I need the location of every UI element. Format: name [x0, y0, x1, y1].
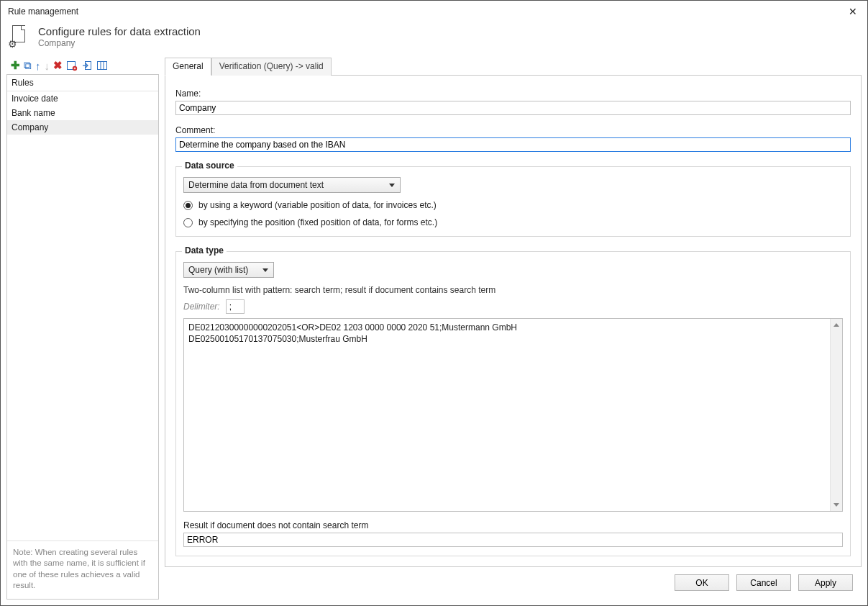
name-input[interactable] [175, 101, 851, 115]
rules-panel: Rules Invoice date Bank name Company Not… [6, 74, 159, 600]
scroll-down-icon[interactable] [831, 499, 842, 511]
result-input[interactable] [183, 533, 843, 547]
tab-panel-general: Name: Comment: Data source Determine dat… [165, 75, 862, 567]
page-subtitle: Company [38, 38, 201, 48]
data-source-group: Data source Determine data from document… [175, 166, 851, 237]
rules-toolbar: ✚ ⧉ ↑ ↓ ✖ [6, 57, 159, 74]
pattern-hint: Two-column list with pattern: search ter… [183, 285, 843, 295]
rules-header: Rules [7, 75, 158, 91]
query-list-box[interactable]: DE02120300000000202051<OR>DE02 1203 0000… [183, 318, 843, 512]
rule-item-invoice-date[interactable]: Invoice date [7, 91, 158, 106]
radio-keyword-dot [183, 201, 193, 210]
page-title: Configure rules for data extraction [38, 25, 201, 37]
radio-position-dot [183, 218, 193, 227]
name-label: Name: [175, 89, 851, 99]
data-type-select-value: Query (with list) [188, 265, 248, 275]
delimiter-input[interactable] [226, 299, 245, 314]
ruleset-check-icon[interactable] [66, 60, 78, 71]
move-down-icon: ↓ [45, 60, 50, 72]
radio-position[interactable]: by specifying the position (fixed positi… [183, 217, 843, 227]
dialog-footer: OK Cancel Apply [165, 567, 862, 600]
tab-general[interactable]: General [165, 58, 211, 76]
data-type-group: Data type Query (with list) Two-column l… [175, 251, 851, 556]
comment-input[interactable] [175, 137, 851, 152]
rules-list[interactable]: Invoice date Bank name Company [7, 91, 158, 541]
tab-verification[interactable]: Verification (Query) -> valid [211, 58, 332, 76]
titlebar: Rule management ✕ [1, 1, 867, 21]
delimiter-label: Delimiter: [183, 302, 220, 312]
header: ⚙ Configure rules for data extraction Co… [1, 21, 867, 57]
rule-item-bank-name[interactable]: Bank name [7, 106, 158, 120]
copy-rule-icon[interactable]: ⧉ [24, 59, 32, 72]
rule-item-company[interactable]: Company [7, 120, 158, 135]
window-title: Rule management [8, 6, 78, 17]
cancel-button[interactable]: Cancel [736, 574, 791, 591]
comment-label: Comment: [175, 125, 851, 135]
data-type-legend: Data type [182, 245, 227, 255]
add-rule-icon[interactable]: ✚ [11, 59, 20, 72]
close-icon[interactable]: ✕ [844, 5, 862, 18]
rule-management-window: Rule management ✕ ⚙ Configure rules for … [0, 0, 868, 606]
data-source-select-value: Determine data from document text [188, 180, 324, 190]
svg-rect-3 [98, 62, 107, 70]
apply-button[interactable]: Apply [798, 574, 853, 591]
delete-rule-icon[interactable]: ✖ [53, 59, 63, 72]
data-type-select[interactable]: Query (with list) [183, 262, 274, 278]
ok-button[interactable]: OK [675, 574, 729, 591]
scroll-up-icon[interactable] [831, 319, 842, 331]
data-source-select[interactable]: Determine data from document text [183, 177, 401, 193]
rules-note: Note: When creating several rules with t… [7, 541, 158, 599]
radio-keyword[interactable]: by using a keyword (variable position of… [183, 200, 843, 210]
tabs: General Verification (Query) -> valid [165, 57, 862, 75]
radio-position-label: by specifying the position (fixed positi… [198, 217, 437, 227]
document-gear-icon: ⚙ [9, 25, 29, 48]
radio-keyword-label: by using a keyword (variable position of… [198, 200, 437, 210]
result-label: Result if document does not contain sear… [183, 520, 843, 530]
query-list-text[interactable]: DE02120300000000202051<OR>DE02 1203 0000… [184, 319, 830, 511]
data-source-legend: Data source [182, 160, 237, 171]
move-up-icon[interactable]: ↑ [35, 60, 41, 72]
import-rules-icon[interactable] [81, 60, 93, 71]
columns-icon[interactable] [96, 60, 108, 71]
query-list-scrollbar[interactable] [830, 319, 842, 511]
